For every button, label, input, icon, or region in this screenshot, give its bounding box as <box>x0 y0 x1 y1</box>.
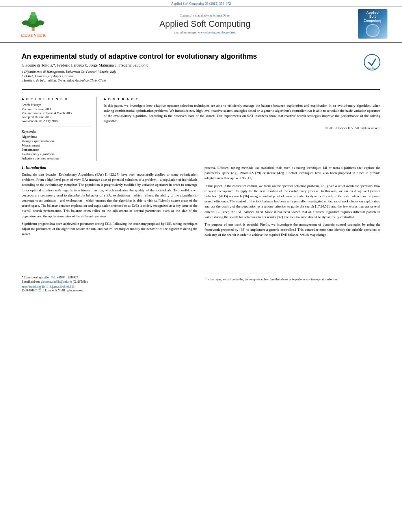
intro-heading: 1. Introduction <box>22 165 197 170</box>
copyright: © 2015 Elsevier B.V. All rights reserved… <box>104 126 380 130</box>
journal-title: Applied Soft Computing <box>55 19 355 29</box>
keyword-4: Performance <box>22 148 91 152</box>
right-footnote: 1 In this paper, we call controller, the… <box>205 276 380 282</box>
body-content: 1. Introduction During the past decades,… <box>22 165 380 292</box>
authors-line: Giacomo di Tollo a,*, Frédéric Lardeux b… <box>22 63 360 67</box>
intro-para-5: The purpose of our work is twofold. Firs… <box>205 222 380 238</box>
left-footnote-area: * Corresponding author. Tel.: +39 041 23… <box>22 268 197 292</box>
intro-para-3: process. Efficient tuning methods use st… <box>205 165 380 181</box>
corresponding-author: * Corresponding author. Tel.: +39 041 23… <box>22 276 197 279</box>
journal-reference: Applied Soft Computing 35 (2015) 359–372 <box>0 0 402 7</box>
page: Applied Soft Computing 35 (2015) 359–372… <box>0 0 402 532</box>
main-content: An experimental study of adaptive contro… <box>0 46 402 292</box>
article-info-column: A R T I C L E I N F O Article history: R… <box>22 97 97 161</box>
keywords-title: Keywords: <box>22 130 91 133</box>
right-footnote-area: 1 In this paper, we call controller, the… <box>205 269 380 282</box>
homepage-line: journal homepage: www.elsevier.com/locat… <box>55 31 355 34</box>
email-footnote: E-mail address: giacomo.ditolllo@unive.i… <box>22 280 197 284</box>
svg-text:CrossMark: CrossMark <box>367 67 377 69</box>
affiliations: a Dipartimento di Management, Università… <box>22 70 360 82</box>
elsevier-brand: ELSEVIER <box>21 33 46 37</box>
info-divider <box>22 126 91 126</box>
elsevier-logo: ELSEVIER <box>12 10 55 37</box>
journal-header: Applied Soft Computing 35 (2015) 359–372… <box>0 0 402 43</box>
svg-point-6 <box>36 20 45 26</box>
article-title: An experimental study of adaptive contro… <box>22 52 356 61</box>
keyword-1: Algorithms <box>22 135 91 139</box>
received-revised-date: Received in revised form 4 March 2015 <box>22 111 91 115</box>
received-date: Received 17 June 2013 <box>22 108 91 111</box>
intro-para-1: During the past decades, Evolutionary Al… <box>22 172 197 219</box>
badge-circle <box>366 24 380 37</box>
keyword-2: Design experimentation <box>22 139 91 143</box>
issn-text: 1568-4946/© 2015 Elsevier B.V. All right… <box>22 289 197 292</box>
doi-area: http://dx.doi.org/10.1016/j.asoc.2015.06… <box>22 285 197 292</box>
footnote-divider <box>22 273 197 273</box>
right-footnote-divider <box>205 274 275 274</box>
keywords-section: Keywords: Algorithms Design experimentat… <box>22 130 91 160</box>
svg-point-4 <box>31 12 36 16</box>
affiliation-a: a Dipartimento di Management, Università… <box>22 70 360 74</box>
journal-badge: Applied Soft Computing <box>358 9 387 39</box>
article-history: Article history: Received 17 June 2013 R… <box>22 103 91 123</box>
authors: Giacomo di Tollo a,*, Frédéric Lardeux b… <box>22 63 149 67</box>
abstract-label: A B S T R A C T <box>104 97 380 101</box>
crossmark-area: CrossMark <box>364 52 380 71</box>
svg-point-5 <box>22 20 31 26</box>
info-abstract-section: A R T I C L E I N F O Article history: R… <box>22 94 380 161</box>
article-title-section: An experimental study of adaptive contro… <box>22 46 380 90</box>
journal-badge-area: Applied Soft Computing <box>355 9 390 39</box>
accepted-date: Accepted 16 June 2015 <box>22 115 91 119</box>
header-content: ELSEVIER Contents lists available at Sci… <box>0 9 402 39</box>
intro-para-4: In this paper, in the context of control… <box>205 184 380 220</box>
contents-available: Contents lists available at ScienceDirec… <box>55 14 355 17</box>
intro-para-2: Significant progress has been achieved i… <box>22 221 197 237</box>
crossmark-icon: CrossMark <box>364 54 380 70</box>
elsevier-tree-icon <box>18 10 49 32</box>
abstract-text: In this paper, we investigate how adapti… <box>104 103 380 124</box>
body-col-right: process. Efficient tuning methods use st… <box>205 165 380 292</box>
body-col-left: 1. Introduction During the past decades,… <box>22 165 197 292</box>
keyword-3: Measurement <box>22 143 91 147</box>
history-title: Article history: <box>22 103 91 107</box>
doi-link: http://dx.doi.org/10.1016/j.asoc.2015.06… <box>22 285 197 289</box>
publisher-logo: ELSEVIER <box>12 10 55 37</box>
keyword-5: Evolutionary algorithms <box>22 152 91 156</box>
abstract-column: A B S T R A C T In this paper, we invest… <box>104 97 380 161</box>
keyword-6: Adaptive operator selection <box>22 156 91 160</box>
journal-info-center: Contents lists available at ScienceDirec… <box>55 14 355 34</box>
affiliation-c: c Instituto de Informática, Universidad … <box>22 78 360 82</box>
available-date: Available online 2 July 2015 <box>22 119 91 123</box>
article-info-label: A R T I C L E I N F O <box>22 97 91 101</box>
affiliation-b: b LERIA, University of Angers, France <box>22 74 360 78</box>
